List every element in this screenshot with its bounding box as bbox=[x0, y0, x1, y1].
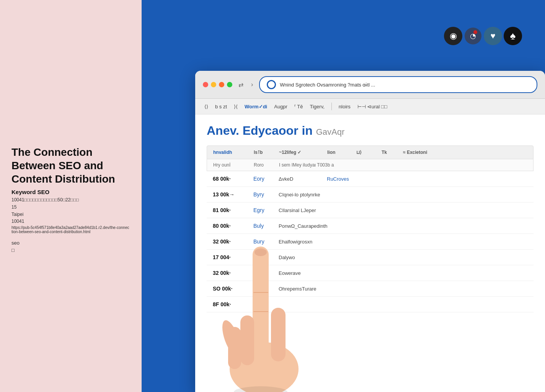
top-icon-a[interactable]: ◉ bbox=[444, 27, 462, 45]
browser-window: ⇄ › Wnind Sgrotech Ovsamroning ?mats ɑɨt… bbox=[195, 71, 545, 392]
subheader-sem: I sem IMey iludyaι T003b a bbox=[279, 162, 334, 168]
row-keyword: Nilly bbox=[253, 286, 272, 292]
row-vol: 32 00k· bbox=[213, 270, 247, 276]
data-table: hnvalidh ls⊺b ~12lifeg ✓ lion ⊔⟩ Tk ≈ Ex… bbox=[207, 145, 534, 312]
toolbar-te[interactable]: ᶠ Tē bbox=[294, 104, 303, 109]
table-row: 8F 00k· bbox=[207, 297, 534, 312]
row-difficulty: Eowerave bbox=[279, 270, 355, 276]
toolbar-wormdi[interactable]: Worm✓di bbox=[245, 104, 267, 109]
row-keyword: Byry bbox=[253, 191, 272, 198]
table-row: 81 00k· Egry CIlarsinal LJeper bbox=[207, 203, 534, 218]
table-row: 13 00k→ Byry CIqnei-lo ptolynrke bbox=[207, 187, 534, 203]
table-row: 80 00k· Buly PonwΩ_Caurapedinth bbox=[207, 218, 534, 234]
row-vol: 13 00k→ bbox=[213, 191, 247, 198]
nav-back-button[interactable]: ⇄ bbox=[237, 80, 245, 89]
col-header-hvalidh: hnvalidh bbox=[213, 150, 248, 155]
top-icons: ◉ ◔ ♥ ♠ bbox=[444, 27, 522, 45]
heading-sub: GavAqr bbox=[316, 127, 345, 137]
meta-url: https://pub-5c454f571b8e40a3a2aad27ade84… bbox=[11, 225, 130, 234]
table-row: SO 00k· Nilly OhrepemsTurare bbox=[207, 281, 534, 297]
traffic-light-red[interactable] bbox=[203, 82, 208, 87]
traffic-light-yellow[interactable] bbox=[211, 82, 216, 87]
col-header-12lifeg: ~12lifeg ✓ bbox=[279, 150, 321, 155]
row-vol: 8F 00k· bbox=[213, 301, 247, 307]
address-text: Wnind Sgrotech Ovsamroning ?mats ɑɨtl ..… bbox=[280, 82, 530, 88]
row-keyword: Buly bbox=[253, 223, 272, 229]
meta-line-1: 10041□□□□□□□□□□□□50□22□□□ bbox=[11, 197, 130, 203]
page-heading: Anev. Edycaoor in GavAqr bbox=[207, 124, 534, 138]
row-difficulty: Dalywo bbox=[279, 255, 355, 260]
table-row: 32 00k· Bory Eowerave bbox=[207, 265, 534, 281]
row-action[interactable]: RuCroves bbox=[327, 176, 350, 182]
row-vol: 80 00k· bbox=[213, 223, 247, 229]
traffic-lights bbox=[203, 82, 232, 87]
toolbar-augpr[interactable]: Augpr bbox=[274, 104, 287, 109]
heading-mid: in bbox=[302, 124, 316, 137]
svg-text:◔: ◔ bbox=[470, 32, 476, 40]
table-row: 17 004· Ryly Dalywo bbox=[207, 250, 534, 265]
row-keyword: Ryly bbox=[253, 254, 272, 260]
meta-line-2: 15 bbox=[11, 204, 130, 211]
toolbar-icon1[interactable]: ⟨⟩ bbox=[204, 104, 208, 109]
subheader-roro: Roro bbox=[254, 162, 273, 168]
top-icon-c[interactable]: ♥ bbox=[484, 27, 502, 45]
top-icon-d[interactable]: ♠ bbox=[504, 27, 522, 45]
subheader-hryoun: Hry ounİ bbox=[213, 162, 248, 168]
toolbar-separator bbox=[331, 103, 332, 110]
row-keyword: Bory bbox=[253, 270, 272, 276]
row-keyword: Egry bbox=[253, 207, 272, 213]
meta-line-3: Taipei bbox=[11, 211, 130, 218]
page-title: The Connection Between SEO and Content D… bbox=[11, 145, 130, 186]
row-difficulty: OhrepemsTurare bbox=[279, 286, 355, 292]
col-header-excie: ≈ Excietoni bbox=[403, 150, 449, 155]
row-difficulty: CIqnei-lo ptolynrke bbox=[279, 192, 355, 198]
row-keyword: Eory bbox=[253, 176, 272, 182]
browser-content: Anev. Edycaoor in GavAqr hnvalidh ls⊺b ~… bbox=[195, 114, 545, 392]
row-difficulty: Ehalfowigrosxn bbox=[279, 239, 355, 245]
right-area: ◉ ◔ ♥ ♠ ⇄ › Wnind Sgrotech Ovsamron bbox=[142, 0, 545, 392]
address-bar[interactable]: Wnind Sgrotech Ovsamroning ?mats ɑɨtl ..… bbox=[259, 76, 537, 93]
row-keyword: Bury bbox=[253, 238, 272, 245]
col-header-lion: lion bbox=[327, 150, 350, 155]
row-vol: 81 00k· bbox=[213, 207, 247, 213]
row-vol: 32 00k· bbox=[213, 238, 247, 245]
row-difficulty: CIlarsinal LJeper bbox=[279, 207, 355, 213]
toolbar-ural[interactable]: ⊢⊣ ⊲ural □□ bbox=[357, 104, 387, 109]
row-vol: 68 00k· bbox=[213, 176, 247, 182]
traffic-light-orange[interactable] bbox=[219, 82, 224, 87]
nav-forward-button[interactable]: › bbox=[250, 80, 255, 89]
browser-chrome: ⇄ › Wnind Sgrotech Ovsamroning ?mats ɑɨt… bbox=[195, 71, 545, 99]
row-vol: 17 004· bbox=[213, 254, 247, 260]
col-header-icon3: ⊔⟩ bbox=[356, 150, 375, 155]
toolbar-tigerv[interactable]: Tigerv, bbox=[310, 104, 325, 109]
toolbar-icon2[interactable]: ⟩⟨ bbox=[234, 104, 238, 109]
heading-pre: Anev. bbox=[207, 124, 239, 137]
table-row: 68 00k· Eory ΔvkeD RuCroves bbox=[207, 171, 534, 187]
row-difficulty: PonwΩ_Caurapedinth bbox=[279, 223, 355, 229]
tag-extra: □ bbox=[11, 247, 130, 253]
row-difficulty: ΔvkeD bbox=[279, 176, 321, 182]
left-panel: The Connection Between SEO and Content D… bbox=[0, 0, 142, 392]
row-vol: SO 00k· bbox=[213, 286, 247, 292]
address-circle-icon bbox=[267, 80, 276, 89]
heading-highlight: Edycaoor bbox=[243, 124, 299, 137]
traffic-light-green[interactable] bbox=[227, 82, 232, 87]
tag-seo: seo bbox=[11, 240, 130, 246]
toolbar-bszt[interactable]: b s zt bbox=[215, 104, 227, 109]
browser-toolbar: ⟨⟩ b s zt ⟩⟨ Worm✓di Augpr ᶠ Tē Tigerv, … bbox=[195, 99, 545, 114]
col-header-tk: Tk bbox=[382, 150, 397, 155]
table-row: 32 00k· Bury Ehalfowigrosxn bbox=[207, 234, 534, 250]
toolbar-nloirs[interactable]: nloirs bbox=[339, 104, 351, 109]
col-header-lstb: ls⊺b bbox=[254, 150, 273, 155]
top-icon-b[interactable]: ◔ bbox=[464, 27, 482, 45]
meta-line-4: 10041 bbox=[11, 218, 130, 225]
meta-label: Keyword SEO bbox=[11, 189, 130, 195]
